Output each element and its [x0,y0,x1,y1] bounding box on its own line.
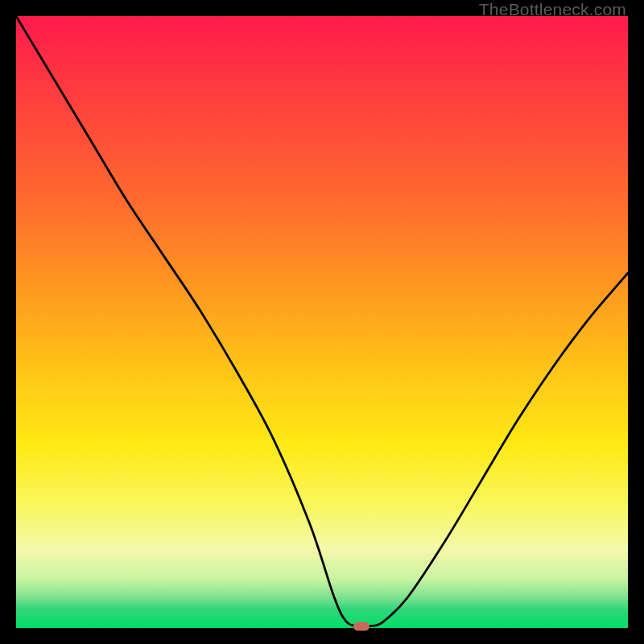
chart-frame: TheBottleneck.com [0,0,644,644]
plot-area [16,16,628,628]
bottleneck-curve [16,16,628,628]
minimum-marker [353,621,369,630]
